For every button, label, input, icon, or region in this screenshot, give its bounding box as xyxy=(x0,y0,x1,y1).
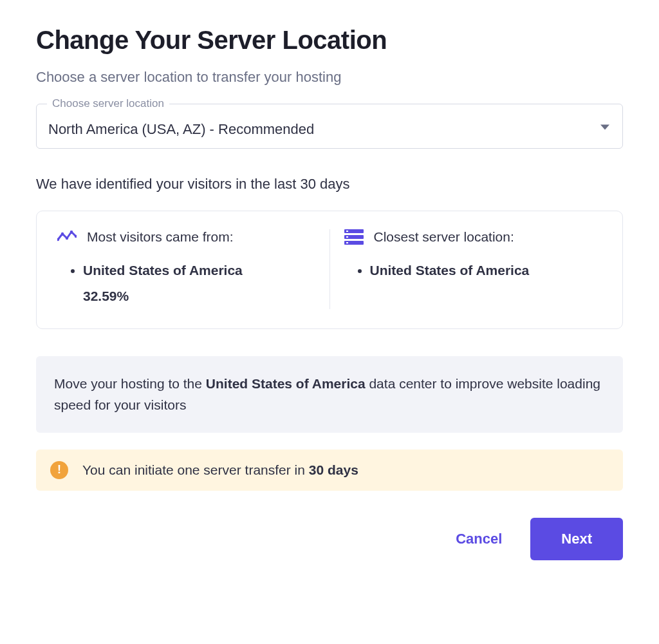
page-title: Change Your Server Location xyxy=(36,26,623,55)
warning-text: You can initiate one server transfer in … xyxy=(82,462,358,478)
recommendation-prefix: Move your hosting to the xyxy=(54,376,206,391)
warning-card: ! You can initiate one server transfer i… xyxy=(36,450,623,491)
closest-server-column: Closest server location: United States o… xyxy=(343,229,604,309)
chevron-down-icon xyxy=(600,125,609,130)
server-location-select-label: Choose server location xyxy=(47,97,169,110)
svg-point-1 xyxy=(61,232,64,235)
recommendation-card: Move your hosting to the United States o… xyxy=(36,356,623,433)
visitor-stats-card: Most visitors came from: United States o… xyxy=(36,211,623,329)
warning-icon: ! xyxy=(50,461,68,479)
svg-point-3 xyxy=(70,231,73,233)
svg-rect-8 xyxy=(346,231,348,232)
closest-server-item: United States of America xyxy=(370,258,604,283)
action-bar: Cancel Next xyxy=(36,518,623,560)
warning-bold: 30 days xyxy=(309,462,358,477)
analytics-icon xyxy=(56,229,78,245)
server-location-select[interactable]: Choose server location North America (US… xyxy=(36,104,623,149)
most-visitors-column: Most visitors came from: United States o… xyxy=(56,229,317,309)
svg-rect-9 xyxy=(346,236,348,238)
cancel-button[interactable]: Cancel xyxy=(450,520,507,558)
svg-rect-10 xyxy=(346,242,348,243)
next-button[interactable]: Next xyxy=(530,518,623,560)
most-visitors-country: United States of America xyxy=(83,263,243,278)
closest-server-country: United States of America xyxy=(370,263,530,278)
warning-prefix: You can initiate one server transfer in xyxy=(82,462,309,477)
server-icon xyxy=(343,229,365,245)
most-visitors-heading: Most visitors came from: xyxy=(87,229,234,245)
most-visitors-item: United States of America 32.59% xyxy=(83,258,317,309)
most-visitors-percent: 32.59% xyxy=(83,289,129,303)
recommendation-bold: United States of America xyxy=(206,376,366,391)
server-location-select-value: North America (USA, AZ) - Recommended xyxy=(48,121,611,138)
page-subtitle: Choose a server location to transfer you… xyxy=(36,69,623,86)
closest-server-heading: Closest server location: xyxy=(374,229,514,245)
svg-point-2 xyxy=(66,237,68,240)
stats-divider xyxy=(330,229,330,309)
identified-text: We have identified your visitors in the … xyxy=(36,176,623,193)
